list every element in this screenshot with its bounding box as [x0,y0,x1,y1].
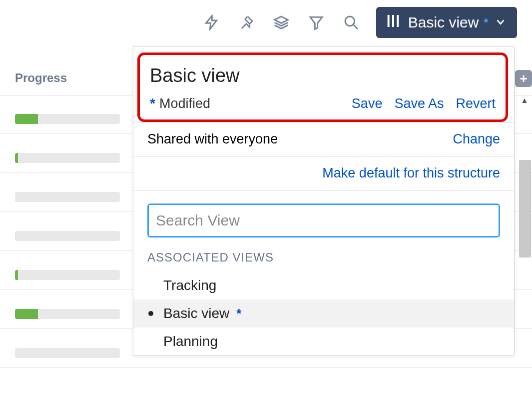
revert-link[interactable]: Revert [456,96,496,112]
view-list-item[interactable]: Planning [133,328,514,356]
progress-bar [15,192,120,202]
progress-bar [15,231,120,241]
modified-row: * Modified Save Save As Revert [150,96,496,112]
view-name: Basic view [163,306,229,322]
plus-icon: + [520,71,527,86]
search-icon[interactable] [341,12,361,32]
make-default-row: Make default for this structure [133,156,514,190]
chevron-down-icon [495,14,506,31]
progress-bar [15,114,120,124]
view-title: Basic view [150,65,496,86]
view-list-item[interactable]: Tracking [133,272,514,300]
view-name: Planning [163,334,218,350]
scrollbar-thumb[interactable] [519,160,531,258]
view-dropdown: Basic view * Modified Save Save As Rever… [133,46,515,356]
progress-column: Progress [15,71,135,387]
view-list-item[interactable]: Basic view * [133,300,514,328]
change-share-link[interactable]: Change [453,132,500,147]
view-selector-label: Basic view [408,14,479,31]
modified-asterisk: * [236,306,241,322]
filter-icon[interactable] [306,12,326,32]
save-link[interactable]: Save [352,96,383,112]
lightning-icon[interactable] [201,12,221,32]
add-button[interactable]: + [515,70,532,87]
pin-icon[interactable] [236,12,256,32]
svg-line-1 [353,24,358,29]
view-selector-button[interactable]: Basic view* [376,7,517,38]
search-view-wrap [133,190,514,250]
svg-point-0 [345,16,355,26]
share-label: Shared with everyone [147,132,278,147]
progress-bar [15,348,120,358]
column-header-progress[interactable]: Progress [15,71,135,85]
layers-icon[interactable] [271,12,291,32]
save-as-link[interactable]: Save As [394,96,444,112]
modified-asterisk: * [484,16,488,29]
columns-icon [385,13,401,32]
associated-views-label: ASSOCIATED VIEWS [133,250,514,272]
search-view-input[interactable] [147,204,500,238]
view-header-highlight: Basic view * Modified Save Save As Rever… [137,52,508,122]
make-default-link[interactable]: Make default for this structure [322,166,500,181]
modified-asterisk: * [150,96,155,112]
share-row: Shared with everyone Change [133,122,514,156]
progress-bar [15,270,120,280]
toolbar: Basic view* [0,0,532,45]
scroll-up-arrow[interactable]: ▲ [517,93,532,108]
progress-bar [15,309,120,319]
current-indicator-icon [148,311,153,316]
modified-label: Modified [159,96,210,112]
view-name: Tracking [163,278,216,294]
progress-bar [15,153,120,163]
